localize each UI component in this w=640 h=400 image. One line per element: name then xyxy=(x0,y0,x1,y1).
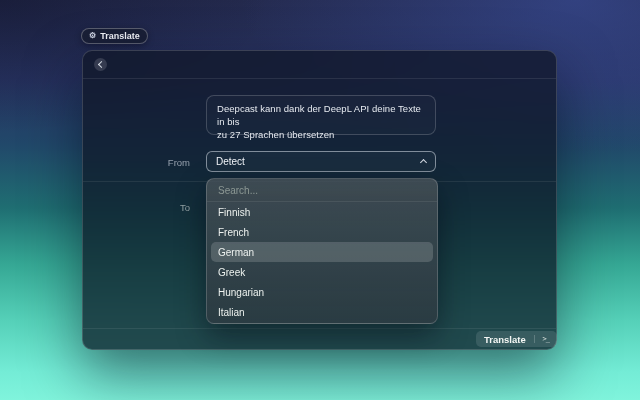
back-button[interactable] xyxy=(94,58,107,71)
chevron-up-icon xyxy=(420,159,427,166)
language-option-label: Italian xyxy=(218,307,245,318)
translate-action-button[interactable]: Translate xyxy=(476,331,534,347)
language-option-label: Hungarian xyxy=(218,287,264,298)
language-dropdown: FinnishFrenchGermanGreekHungarianItalian xyxy=(206,178,438,324)
language-option-label: French xyxy=(218,227,249,238)
from-select[interactable]: Detect xyxy=(206,151,436,172)
to-label: To xyxy=(122,202,190,213)
translate-window: Deepcast kann dank der DeepL API deine T… xyxy=(82,50,557,350)
source-text-line-2: zu 27 Sprachen übersetzen xyxy=(217,128,425,141)
footer-actions: Translate >_ xyxy=(476,331,557,347)
language-option-label: Greek xyxy=(218,267,245,278)
footer-divider xyxy=(83,328,556,329)
language-option-label: Finnish xyxy=(218,207,250,218)
source-text-box[interactable]: Deepcast kann dank der DeepL API deine T… xyxy=(206,95,436,135)
from-label: From xyxy=(122,157,190,168)
translate-action-label: Translate xyxy=(484,334,526,345)
language-list: FinnishFrenchGermanGreekHungarianItalian xyxy=(207,202,437,324)
from-select-value: Detect xyxy=(216,156,421,167)
language-option-greek[interactable]: Greek xyxy=(211,262,433,282)
language-option-italian[interactable]: Italian xyxy=(211,302,433,322)
return-key-icon: >_ xyxy=(543,335,549,343)
language-option-label: German xyxy=(218,247,254,258)
desktop-background: ⚙ Translate Deepcast kann dank der DeepL… xyxy=(0,0,640,400)
source-text-line-1: Deepcast kann dank der DeepL API deine T… xyxy=(217,102,425,128)
window-header xyxy=(83,51,556,79)
shortcut-key-button[interactable]: >_ xyxy=(535,331,557,347)
language-option-hungarian[interactable]: Hungarian xyxy=(211,282,433,302)
language-option-french[interactable]: French xyxy=(211,222,433,242)
search-input[interactable] xyxy=(207,179,437,201)
app-badge-label: Translate xyxy=(100,31,140,41)
gear-icon: ⚙ xyxy=(89,32,96,40)
chevron-left-icon xyxy=(98,61,105,68)
language-option-finnish[interactable]: Finnish xyxy=(211,202,433,222)
app-badge[interactable]: ⚙ Translate xyxy=(81,28,148,44)
language-option-german[interactable]: German xyxy=(211,242,433,262)
